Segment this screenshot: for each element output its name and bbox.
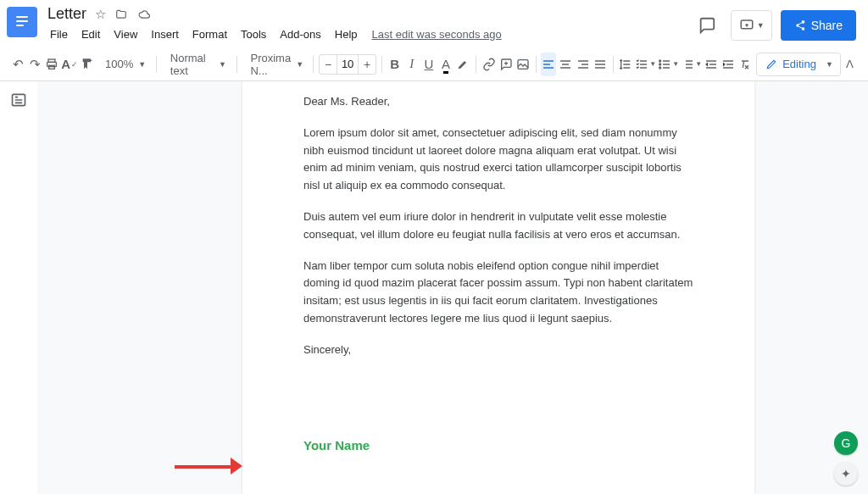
body-paragraph[interactable]: Lorem ipsum dolor sit amet, consectetuer… xyxy=(303,125,693,195)
svg-point-8 xyxy=(659,60,661,62)
document-title[interactable]: Letter xyxy=(47,5,86,23)
annotation-arrow xyxy=(175,458,242,475)
svg-point-9 xyxy=(659,64,661,65)
font-size-control: − 10 + xyxy=(319,54,376,75)
svg-rect-1 xyxy=(16,20,28,22)
clear-formatting-button[interactable] xyxy=(737,53,753,76)
explore-button[interactable]: ✦ xyxy=(834,462,858,486)
insert-link-button[interactable] xyxy=(481,53,497,76)
paint-format-button[interactable] xyxy=(80,53,95,76)
workspace: Dear Ms. Reader, Lorem ipsum dolor sit a… xyxy=(0,81,868,494)
underline-button[interactable]: U xyxy=(421,53,437,76)
svg-rect-0 xyxy=(16,16,28,18)
svg-rect-6 xyxy=(49,65,55,69)
menu-format[interactable]: Format xyxy=(186,25,233,44)
separator xyxy=(476,56,476,73)
redo-button[interactable]: ↷ xyxy=(27,53,42,76)
document-canvas[interactable]: Dear Ms. Reader, Lorem ipsum dolor sit a… xyxy=(37,81,868,494)
move-icon[interactable] xyxy=(114,8,128,20)
separator xyxy=(613,56,614,73)
svg-rect-2 xyxy=(16,25,24,26)
menu-addons[interactable]: Add-ons xyxy=(274,25,326,44)
font-size-increase[interactable]: + xyxy=(359,58,376,71)
text-color-button[interactable]: A xyxy=(438,53,453,76)
share-label: Share xyxy=(811,19,843,32)
separator xyxy=(313,56,314,73)
svg-point-10 xyxy=(659,67,661,69)
font-size-input[interactable]: 10 xyxy=(337,55,359,74)
bold-button[interactable]: B xyxy=(387,53,403,76)
align-right-button[interactable] xyxy=(576,53,591,76)
italic-button[interactable]: I xyxy=(404,53,420,76)
highlight-button[interactable] xyxy=(455,53,470,76)
insert-image-button[interactable] xyxy=(515,53,531,76)
greeting-text[interactable]: Dear Ms. Reader, xyxy=(303,93,693,111)
line-spacing-button[interactable] xyxy=(618,53,633,76)
separator xyxy=(236,56,237,73)
menu-tools[interactable]: Tools xyxy=(235,25,272,44)
numbered-list-button[interactable]: ▼ xyxy=(681,53,702,76)
align-center-button[interactable] xyxy=(558,53,573,76)
cloud-status-icon[interactable] xyxy=(136,8,152,20)
menu-help[interactable]: Help xyxy=(329,25,364,44)
insert-comment-button[interactable] xyxy=(498,53,514,76)
paragraph-style-select[interactable]: Normal text▼ xyxy=(162,53,231,75)
signature-text[interactable]: Your Name xyxy=(303,436,693,456)
separator xyxy=(156,56,157,73)
spellcheck-button[interactable]: A✓ xyxy=(61,53,78,76)
menu-file[interactable]: File xyxy=(44,25,74,44)
title-bar: Letter ☆ File Edit View Insert Format To… xyxy=(0,0,868,44)
checklist-button[interactable]: ▼ xyxy=(635,53,656,76)
present-button[interactable]: ▼ xyxy=(731,10,772,41)
share-button[interactable]: Share xyxy=(781,10,856,41)
document-page[interactable]: Dear Ms. Reader, Lorem ipsum dolor sit a… xyxy=(242,81,754,494)
grammarly-icon[interactable]: G xyxy=(834,431,858,455)
font-size-decrease[interactable]: − xyxy=(320,58,337,71)
separator xyxy=(381,56,382,73)
signoff-text[interactable]: Sincerely, xyxy=(303,341,693,359)
editing-mode-select[interactable]: Editing ▼ xyxy=(756,53,841,76)
left-sidebar xyxy=(0,81,37,494)
print-button[interactable] xyxy=(44,53,59,76)
menu-bar: File Edit View Insert Format Tools Add-o… xyxy=(44,23,685,44)
floating-widgets: G ✦ xyxy=(834,431,858,486)
font-select[interactable]: Proxima N...▼ xyxy=(242,53,308,75)
body-paragraph[interactable]: Nam liber tempor cum soluta nobis eleife… xyxy=(303,258,693,328)
menu-view[interactable]: View xyxy=(108,25,143,44)
menu-edit[interactable]: Edit xyxy=(75,25,106,44)
star-icon[interactable]: ☆ xyxy=(95,7,106,22)
open-comments-button[interactable] xyxy=(692,10,722,41)
separator xyxy=(536,56,537,73)
toolbar: ↶ ↷ A✓ 100%▼ Normal text▼ Proxima N...▼ … xyxy=(0,47,868,81)
docs-logo[interactable] xyxy=(7,7,37,37)
body-paragraph[interactable]: Duis autem vel eum iriure dolor in hendr… xyxy=(303,208,693,244)
increase-indent-button[interactable] xyxy=(721,53,736,76)
last-edit-link[interactable]: Last edit was seconds ago xyxy=(372,28,502,41)
undo-button[interactable]: ↶ xyxy=(10,53,25,76)
collapse-toolbar-button[interactable]: ᐱ xyxy=(843,53,858,76)
zoom-select[interactable]: 100%▼ xyxy=(97,53,151,75)
document-outline-button[interactable] xyxy=(10,92,27,111)
align-left-button[interactable] xyxy=(541,53,556,76)
decrease-indent-button[interactable] xyxy=(704,53,719,76)
menu-insert[interactable]: Insert xyxy=(145,25,185,44)
align-justify-button[interactable] xyxy=(593,53,608,76)
bulleted-list-button[interactable]: ▼ xyxy=(658,53,679,76)
